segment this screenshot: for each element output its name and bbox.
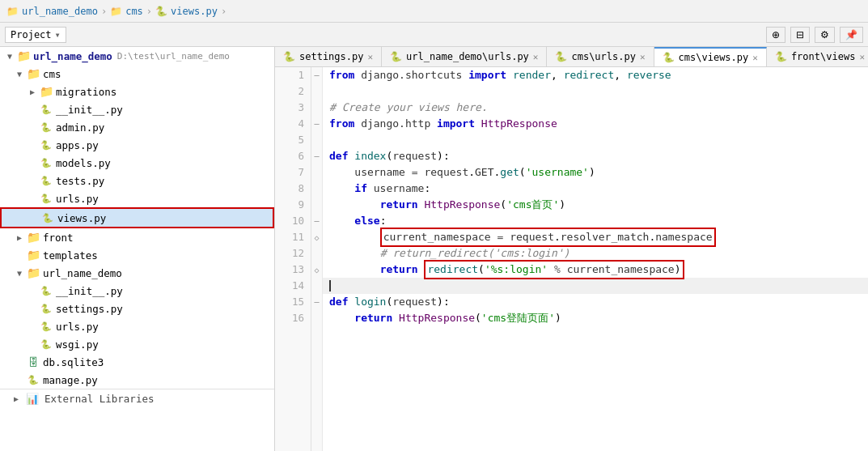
project-selector[interactable]: Project ▾ [5, 27, 66, 43]
gutter-14 [311, 278, 322, 294]
paren-close-7: ) [589, 164, 595, 181]
tab-cms-urls[interactable]: 🐍 cms\urls.py ✕ [547, 47, 654, 66]
tree-item-cms[interactable]: ▼ 📁 cms [0, 65, 274, 83]
tree-item-url-name-demo[interactable]: ▼ 📁 url_name_demo [0, 264, 274, 282]
breadcrumb-icon-cms: 📁 [110, 6, 122, 17]
tree-item-settings[interactable]: 🐍 settings.py [0, 300, 274, 317]
code-line-6: def index(request): [323, 148, 868, 164]
code-line-1: from django.shortcuts import render, red… [323, 67, 868, 83]
manage-label: manage.py [43, 374, 98, 386]
urls-root-label: urls.py [56, 321, 99, 333]
spacer-db [13, 358, 26, 367]
kw-return-16: return [354, 310, 392, 326]
folder-icon-cms: 📁 [26, 66, 40, 81]
gutter-5 [311, 132, 322, 148]
tab-close-front-views[interactable]: ✕ [859, 52, 865, 62]
breadcrumb-sep-2: › [146, 6, 152, 17]
apps-label: apps.py [56, 139, 99, 151]
gutter-8 [311, 181, 322, 197]
wsgi-label: wsgi.py [56, 338, 99, 351]
op-eq-7: = [412, 164, 418, 181]
st-cms-login: 'cms登陆页面' [481, 310, 555, 326]
tree-item-urls-root[interactable]: 🐍 urls.py [0, 317, 274, 335]
add-content-button[interactable]: ⊕ [766, 27, 785, 43]
tab-close-settings[interactable]: ✕ [367, 52, 373, 62]
tree-item-init-root[interactable]: 🐍 __init__.py [0, 282, 274, 300]
tree-item-templates[interactable]: 📁 templates [0, 246, 274, 264]
py-icon-tests: 🐍 [39, 173, 53, 188]
st-login: '%s:login' [485, 263, 548, 275]
op-pct: % [554, 263, 561, 275]
code-line-10: else: [323, 213, 868, 229]
pin-button[interactable]: 📌 [840, 27, 863, 43]
expand-arrow-ext: ▶ [10, 394, 23, 403]
tree-item-front[interactable]: ▶ 📁 front [0, 228, 274, 246]
tree-item-urls-cms[interactable]: 🐍 urls.py [0, 189, 274, 207]
code-line-13: return redirect('%s:login' % current_nam… [323, 262, 868, 278]
breadcrumb-item-3[interactable]: views.py [171, 6, 218, 17]
ln-4: 4 [275, 116, 311, 132]
tree-item-ext-libs[interactable]: ▶ 📊 External Libraries [0, 389, 274, 408]
indent-16 [329, 310, 354, 326]
tab-urls-root[interactable]: 🐍 url_name_demo\urls.py ✕ [382, 47, 547, 66]
ln-11: 11 [275, 229, 311, 245]
paren-6: ( [386, 148, 392, 164]
tree-item-migrations[interactable]: ▶ 📁 migrations [0, 83, 274, 100]
nm-django-shortcuts: django.shortcuts [361, 67, 462, 83]
breadcrumb-item-2[interactable]: cms [125, 6, 143, 17]
tab-front-views[interactable]: 🐍 front\views ✕ [767, 47, 868, 66]
breadcrumb-icon-folder: 📁 [6, 6, 19, 17]
indent-12 [329, 245, 380, 262]
code-line-14[interactable] [323, 278, 868, 294]
tree-item-db[interactable]: 🗄 db.sqlite3 [0, 353, 274, 371]
settings-button[interactable]: ⚙ [815, 27, 835, 43]
py-icon-apps: 🐍 [39, 138, 53, 152]
tab-label-cms-views: cms\views.py [679, 52, 749, 63]
code-lines[interactable]: from django.shortcuts import render, red… [323, 67, 868, 451]
cn-httpresponse-16: HttpResponse [399, 310, 475, 326]
tree-item-tests[interactable]: 🐍 tests.py [0, 172, 274, 189]
paren-7: ( [519, 164, 526, 181]
editor-area: 🐍 settings.py ✕ 🐍 url_name_demo\urls.py … [275, 47, 868, 451]
tree-item-manage[interactable]: 🐍 manage.py [0, 371, 274, 389]
tab-close-cms-views[interactable]: ✕ [752, 53, 758, 63]
gutter-2 [311, 83, 322, 100]
gutter-12 [311, 245, 322, 262]
root-path: D:\test\url_name_demo [117, 51, 230, 62]
breadcrumb-item-1[interactable]: url_name_demo [22, 6, 98, 17]
tree-item-wsgi[interactable]: 🐍 wsgi.py [0, 335, 274, 353]
folder-icon-root: 📁 [16, 49, 31, 63]
folder-icon-templates: 📁 [26, 248, 40, 262]
collapse-button[interactable]: ⊟ [790, 27, 810, 43]
nm-current-ns: current_namespace [383, 231, 491, 243]
gutter-16 [311, 310, 322, 326]
red-box-13: redirect('%s:login' % current_namespace) [424, 260, 684, 279]
expand-arrow-front: ▶ [13, 233, 26, 242]
code-line-11: current_namespace = request.resolver_mat… [323, 229, 868, 245]
init-root-label: __init__.py [56, 285, 123, 297]
indent-13 [329, 262, 380, 278]
tab-close-urls-root[interactable]: ✕ [533, 52, 539, 62]
tree-item-apps[interactable]: 🐍 apps.py [0, 136, 274, 154]
urls-cms-label: urls.py [56, 193, 99, 205]
expand-arrow-migrations: ▶ [26, 87, 39, 96]
tab-icon-cms-urls: 🐍 [555, 51, 567, 62]
ln-8: 8 [275, 181, 311, 197]
tree-item-init-cms[interactable]: 🐍 __init__.py [0, 100, 274, 118]
py-icon-init-root: 🐍 [39, 283, 53, 298]
tree-item-models[interactable]: 🐍 models.py [0, 154, 274, 172]
fn-redirect: redirect [564, 67, 615, 83]
expand-arrow-cms: ▼ [13, 70, 26, 79]
indent-9 [329, 197, 380, 213]
db-icon: 🗄 [26, 355, 40, 369]
dot-7b: . [494, 164, 501, 181]
py-icon-wsgi: 🐍 [39, 337, 53, 351]
tree-item-views-cms[interactable]: 🐍 views.py [0, 207, 274, 228]
tree-item-root[interactable]: ▼ 📁 url_name_demo D:\test\url_name_demo [0, 47, 274, 65]
tab-cms-views[interactable]: 🐍 cms\views.py ✕ [654, 47, 767, 66]
tab-close-cms-urls[interactable]: ✕ [640, 52, 646, 62]
folder-icon-url-name-demo: 📁 [26, 266, 40, 280]
fn-index: index [354, 148, 386, 164]
tab-settings[interactable]: 🐍 settings.py ✕ [275, 47, 382, 66]
tree-item-admin[interactable]: 🐍 admin.py [0, 118, 274, 136]
